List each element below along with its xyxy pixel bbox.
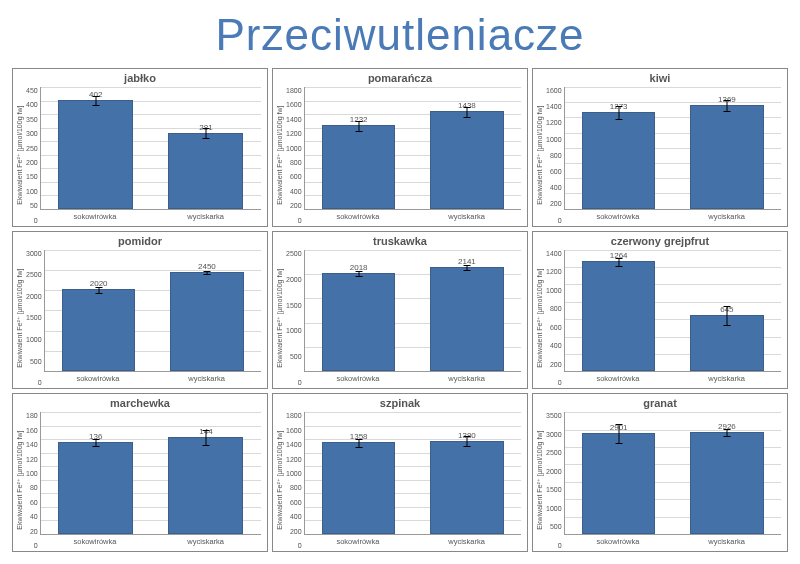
y-axis-ticks: 020406080100120140160180 xyxy=(24,412,40,549)
chart-title: czerwony grejpfrut xyxy=(533,232,787,248)
bar-1: 281 xyxy=(168,87,243,209)
y-axis-label: Ekwiwalent Fe²⁺ [µmol/100g fw] xyxy=(535,412,544,549)
y-axis-label: Ekwiwalent Fe²⁺ [µmol/100g fw] xyxy=(535,250,544,387)
chart-1: pomarańczaEkwiwalent Fe²⁺ [µmol/100g fw]… xyxy=(272,68,528,227)
bar-0: 1232 xyxy=(322,87,396,209)
bar-0: 2901 xyxy=(582,412,656,534)
y-axis-label: Ekwiwalent Fe²⁺ [µmol/100g fw] xyxy=(15,250,24,387)
plot-area: 29012926 xyxy=(564,412,781,535)
y-axis-ticks: 0200400600800100012001400 xyxy=(544,250,564,387)
x-axis-labels: sokowirówkawyciskarka xyxy=(40,210,261,224)
bar-0: 136 xyxy=(58,412,133,534)
chart-4: truskawkaEkwiwalent Fe²⁺ [µmol/100g fw]0… xyxy=(272,231,528,390)
page-title: Przeciwutleniacze xyxy=(0,0,800,68)
chart-title: truskawka xyxy=(273,232,527,248)
x-axis-labels: sokowirówkawyciskarka xyxy=(44,372,261,386)
y-axis-label: Ekwiwalent Fe²⁺ [µmol/100g fw] xyxy=(535,87,544,224)
plot-area: 1264645 xyxy=(564,250,781,373)
x-axis-labels: sokowirówkawyciskarka xyxy=(304,372,521,386)
bar-1: 2141 xyxy=(430,250,504,372)
plot-area: 20202450 xyxy=(44,250,261,373)
x-axis-labels: sokowirówkawyciskarka xyxy=(564,210,781,224)
chart-title: szpinak xyxy=(273,394,527,410)
bar-0: 402 xyxy=(58,87,133,209)
plot-area: 12321438 xyxy=(304,87,521,210)
bar-0: 2020 xyxy=(62,250,136,372)
y-axis-label: Ekwiwalent Fe²⁺ [µmol/100g fw] xyxy=(15,412,24,549)
y-axis-label: Ekwiwalent Fe²⁺ [µmol/100g fw] xyxy=(275,250,284,387)
x-axis-labels: sokowirówkawyciskarka xyxy=(304,535,521,549)
y-axis-label: Ekwiwalent Fe²⁺ [µmol/100g fw] xyxy=(275,87,284,224)
chart-6: marchewkaEkwiwalent Fe²⁺ [µmol/100g fw]0… xyxy=(12,393,268,552)
y-axis-ticks: 050100150200250300350400450 xyxy=(24,87,40,224)
plot-area: 12731369 xyxy=(564,87,781,210)
chart-title: granat xyxy=(533,394,787,410)
chart-3: pomidorEkwiwalent Fe²⁺ [µmol/100g fw]050… xyxy=(12,231,268,390)
chart-title: pomidor xyxy=(13,232,267,248)
y-axis-ticks: 0500100015002000250030003500 xyxy=(544,412,564,549)
plot-area: 402281 xyxy=(40,87,261,210)
y-axis-ticks: 020040060080010001200140016001800 xyxy=(284,87,304,224)
chart-title: kiwi xyxy=(533,69,787,85)
y-axis-label: Ekwiwalent Fe²⁺ [µmol/100g fw] xyxy=(275,412,284,549)
x-axis-labels: sokowirówkawyciskarka xyxy=(564,535,781,549)
y-axis-label: Ekwiwalent Fe²⁺ [µmol/100g fw] xyxy=(15,87,24,224)
chart-title: marchewka xyxy=(13,394,267,410)
y-axis-ticks: 020040060080010001200140016001800 xyxy=(284,412,304,549)
bar-0: 1358 xyxy=(322,412,396,534)
y-axis-ticks: 02004006008001000120014001600 xyxy=(544,87,564,224)
x-axis-labels: sokowirówkawyciskarka xyxy=(40,535,261,549)
bar-0: 2018 xyxy=(322,250,396,372)
bar-1: 144 xyxy=(168,412,243,534)
y-axis-ticks: 050010001500200025003000 xyxy=(24,250,44,387)
chart-2: kiwiEkwiwalent Fe²⁺ [µmol/100g fw]020040… xyxy=(532,68,788,227)
bar-1: 1369 xyxy=(690,87,764,209)
chart-8: granatEkwiwalent Fe²⁺ [µmol/100g fw]0500… xyxy=(532,393,788,552)
bar-1: 2926 xyxy=(690,412,764,534)
chart-0: jabłkoEkwiwalent Fe²⁺ [µmol/100g fw]0501… xyxy=(12,68,268,227)
x-axis-labels: sokowirówkawyciskarka xyxy=(304,210,521,224)
y-axis-ticks: 05001000150020002500 xyxy=(284,250,304,387)
chart-grid: jabłkoEkwiwalent Fe²⁺ [µmol/100g fw]0501… xyxy=(0,68,800,564)
plot-area: 13581380 xyxy=(304,412,521,535)
bar-0: 1273 xyxy=(582,87,656,209)
bar-1: 1380 xyxy=(430,412,504,534)
x-axis-labels: sokowirówkawyciskarka xyxy=(564,372,781,386)
bar-1: 645 xyxy=(690,250,764,372)
plot-area: 20182141 xyxy=(304,250,521,373)
chart-title: pomarańcza xyxy=(273,69,527,85)
bar-1: 2450 xyxy=(170,250,244,372)
chart-title: jabłko xyxy=(13,69,267,85)
plot-area: 136144 xyxy=(40,412,261,535)
bar-0: 1264 xyxy=(582,250,656,372)
bar-1: 1438 xyxy=(430,87,504,209)
chart-7: szpinakEkwiwalent Fe²⁺ [µmol/100g fw]020… xyxy=(272,393,528,552)
chart-5: czerwony grejpfrutEkwiwalent Fe²⁺ [µmol/… xyxy=(532,231,788,390)
